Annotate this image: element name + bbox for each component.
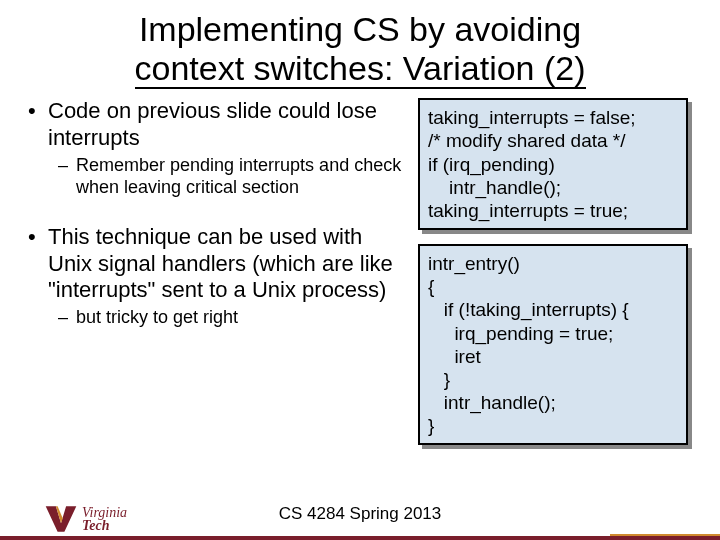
logo-text-bottom: Tech (82, 519, 127, 532)
footer-text: CS 4284 Spring 2013 (279, 504, 442, 524)
logo: Virginia Tech (44, 504, 127, 534)
slide-title: Implementing CS by avoiding context swit… (0, 0, 720, 88)
footer-bar (0, 536, 720, 540)
bullet-column: Code on previous slide could lose interr… (20, 98, 406, 445)
logo-text: Virginia Tech (82, 506, 127, 533)
spacer (20, 198, 406, 224)
footer: Virginia Tech CS 4284 Spring 2013 (0, 486, 720, 540)
code-box-1: taking_interrupts = false; /* modify sha… (418, 98, 688, 230)
title-line-1: Implementing CS by avoiding (139, 10, 581, 48)
vt-logo-icon (44, 504, 78, 534)
slide-body: Code on previous slide could lose interr… (0, 88, 720, 445)
bullet-2: This technique can be used with Unix sig… (20, 224, 406, 303)
bullet-1: Code on previous slide could lose interr… (20, 98, 406, 151)
code-column: taking_interrupts = false; /* modify sha… (418, 98, 688, 445)
slide: Implementing CS by avoiding context swit… (0, 0, 720, 540)
code-box-2: intr_entry() { if (!taking_interrupts) {… (418, 244, 688, 445)
bullet-2-sub: but tricky to get right (20, 307, 406, 329)
logo-text-top: Virginia (82, 506, 127, 519)
bullet-1-sub: Remember pending interrupts and check wh… (20, 155, 406, 198)
title-line-2: context switches: Variation (2) (135, 49, 586, 89)
